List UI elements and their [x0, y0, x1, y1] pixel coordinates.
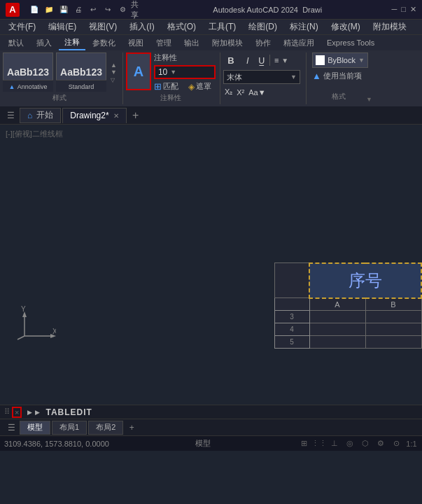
print-icon[interactable]: 🖨: [72, 4, 85, 16]
table-row: 3: [274, 311, 421, 323]
ribbon-tab-bar: 默认 插入 注释 参数化 视图 管理 输出 附加模块 协作 精选应用 Expre…: [0, 35, 422, 50]
row-4-label: 4: [274, 323, 309, 336]
status-icons: ⊞ ⋮⋮ ⊥ ◎ ⬡ ⚙ ⊙ 1:1: [297, 438, 418, 450]
svg-line-6: [17, 336, 24, 340]
bold-button[interactable]: B: [223, 52, 239, 68]
open-icon[interactable]: 📁: [43, 4, 55, 16]
add-tab-button[interactable]: +: [128, 108, 143, 123]
tab-default[interactable]: 默认: [3, 36, 29, 50]
snap-icon[interactable]: ⋮⋮: [313, 438, 325, 450]
menu-dimension[interactable]: 标注(N): [284, 20, 324, 34]
ortho-icon[interactable]: ⊥: [328, 438, 341, 450]
font-name-input[interactable]: 末体 ▼: [223, 70, 300, 84]
row-4-col-a[interactable]: [309, 323, 365, 336]
overlay-button[interactable]: ◈ 遮罩: [188, 81, 211, 92]
redo-icon[interactable]: ↪: [101, 4, 114, 16]
new-icon[interactable]: 📄: [28, 4, 41, 16]
color-selector[interactable]: ByBlock ▼: [312, 52, 368, 68]
layout-add-button[interactable]: +: [125, 421, 139, 435]
settings-icon[interactable]: ⚙: [116, 4, 129, 16]
style-scroll[interactable]: ▲ ▼ ▽: [111, 52, 117, 92]
menu-edit[interactable]: 编辑(E): [43, 20, 82, 34]
command-label: ▶ ▶: [27, 409, 40, 416]
layout-tab-2[interactable]: 布局2: [88, 421, 123, 435]
font-size-input[interactable]: 10 ▼: [154, 65, 216, 79]
canvas-table: 序号 A B 3 4: [274, 262, 423, 349]
menu-file[interactable]: 文件(F): [3, 20, 41, 34]
tab-collaborate[interactable]: 协作: [250, 36, 276, 50]
align-dropdown[interactable]: ▼: [281, 57, 288, 64]
col-label-empty: [274, 298, 309, 311]
menu-format[interactable]: 格式(O): [162, 20, 202, 34]
tab-insert[interactable]: 插入: [31, 36, 57, 50]
menu-insert[interactable]: 插入(I): [124, 20, 160, 34]
save-icon[interactable]: 💾: [57, 4, 70, 16]
tab-featured[interactable]: 精选应用: [278, 36, 320, 50]
tab-view[interactable]: 视图: [122, 36, 149, 50]
tab-home[interactable]: ⌂ 开始: [20, 108, 61, 123]
match-overlay-row: ⊞ 匹配 ◈ 遮罩: [154, 81, 216, 92]
tab-addons[interactable]: 附加模块: [206, 36, 248, 50]
layout-tab-model[interactable]: 模型: [20, 421, 50, 435]
tab-annotation[interactable]: 注释: [59, 36, 85, 50]
overlay-label: 遮罩: [196, 81, 211, 92]
canvas-area[interactable]: [-][俯视]二维线框 Y X 序号: [0, 125, 422, 405]
case-button[interactable]: Aa▼: [247, 87, 267, 98]
nav-icon[interactable]: ⊙: [390, 438, 402, 450]
annotation-scale-icon[interactable]: 1:1: [405, 438, 418, 450]
italic-button[interactable]: I: [240, 52, 255, 68]
menu-view[interactable]: 视图(V): [83, 20, 122, 34]
share-button[interactable]: 共享: [131, 4, 143, 16]
row-4-col-b[interactable]: [365, 323, 421, 336]
align-button[interactable]: ≡: [273, 55, 280, 66]
tab-manage[interactable]: 管理: [150, 36, 177, 50]
tab-close-icon[interactable]: ✕: [113, 112, 119, 120]
row-3-col-a[interactable]: [309, 311, 365, 323]
row-3-col-b[interactable]: [365, 311, 421, 323]
command-icons: ⠿ ×: [4, 407, 22, 418]
cmd-arrow-icon: ▶: [27, 409, 32, 416]
annotation-label-row: 注释性: [154, 52, 216, 63]
separator1: [269, 55, 270, 66]
minimize-icon[interactable]: ─: [392, 5, 398, 14]
annotation-controls: A 注释性 10 ▼ ⊞ 匹配: [126, 52, 216, 92]
undo-icon[interactable]: ↩: [87, 4, 99, 16]
use-current-btn[interactable]: ▲ 使用当前项: [312, 71, 368, 81]
tab-drawing[interactable]: Drawing2* ✕: [62, 108, 126, 123]
row-5-col-a[interactable]: [309, 336, 365, 349]
format-expand-arrow[interactable]: ▼: [366, 96, 372, 103]
text-format-controls: B I U̲ ≡ ▼ 末体 ▼ X₂ X² Aa▼: [223, 52, 300, 102]
text-style-button[interactable]: A: [126, 52, 151, 90]
menu-draw[interactable]: 绘图(D): [243, 20, 283, 34]
menu-addons[interactable]: 附加模块: [367, 20, 412, 34]
tab-output[interactable]: 输出: [178, 36, 205, 50]
row-5-col-b[interactable]: [365, 336, 421, 349]
layout-menu-button[interactable]: ☰: [4, 421, 18, 435]
osnap-icon[interactable]: ⬡: [359, 438, 372, 450]
color-dropdown-arrow[interactable]: ▼: [358, 57, 365, 64]
cmd-drag-icon[interactable]: ⠿: [4, 407, 10, 416]
tab-menu-button[interactable]: ☰: [3, 108, 18, 123]
polar-icon[interactable]: ◎: [344, 438, 356, 450]
font-size-dropdown-arrow[interactable]: ▼: [170, 69, 178, 76]
underline-button[interactable]: U̲: [257, 54, 267, 67]
command-text: TABLEDIT: [45, 407, 92, 417]
layout-tab-1[interactable]: 布局1: [52, 421, 87, 435]
tab-express-tools[interactable]: Express Tools: [321, 37, 380, 48]
font-dropdown-arrow[interactable]: ▼: [290, 74, 297, 80]
cmd-close-icon[interactable]: ×: [12, 407, 22, 418]
match-button[interactable]: ⊞ 匹配: [154, 81, 178, 92]
card1-sublabel: Annotative: [17, 83, 48, 90]
menu-modify[interactable]: 修改(M): [325, 20, 366, 34]
menu-tools[interactable]: 工具(T): [203, 20, 241, 34]
table-header-cell[interactable]: 序号: [309, 263, 421, 298]
tab-parametric[interactable]: 参数化: [87, 36, 121, 50]
card1-label: ▲ Annotative: [3, 80, 53, 92]
grid-icon[interactable]: ⊞: [297, 438, 310, 450]
subscript-button[interactable]: X₂: [223, 86, 234, 98]
maximize-icon[interactable]: □: [401, 5, 406, 14]
settings-icon2[interactable]: ⚙: [374, 438, 387, 450]
close-icon[interactable]: ✕: [410, 5, 416, 14]
superscript-button[interactable]: X²: [235, 87, 246, 98]
menu-bar: 文件(F) 编辑(E) 视图(V) 插入(I) 格式(O) 工具(T) 绘图(D…: [0, 20, 422, 35]
